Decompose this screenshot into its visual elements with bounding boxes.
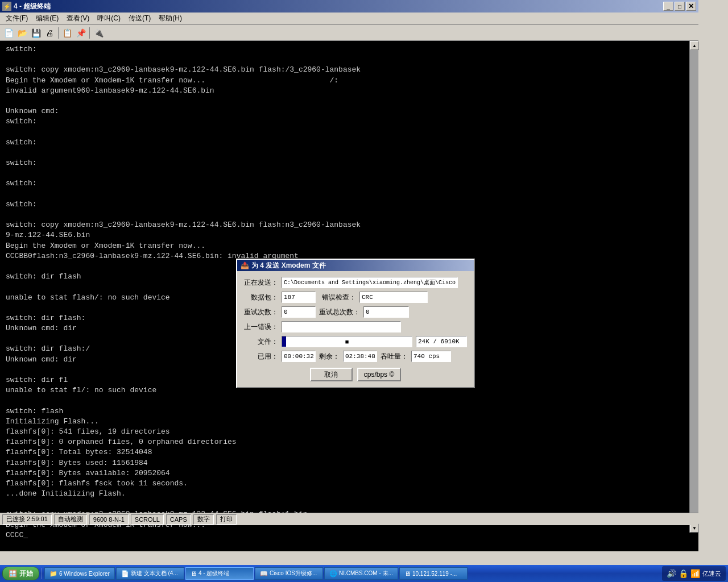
toolbar-print[interactable]: 🖨 [43, 27, 56, 39]
start-icon: 🪟 [9, 569, 17, 577]
status-print: 打印 [216, 514, 237, 525]
status-auto-detect: 自动检测 [54, 514, 87, 525]
menu-view[interactable]: 查看(V) [63, 13, 93, 24]
dialog-total-retry-value: 0 [363, 306, 409, 318]
explorer-icon: 📁 [49, 570, 57, 577]
menu-bar: 文件(F) 编辑(E) 查看(V) 呼叫(C) 传送(T) 帮助(H) [0, 13, 698, 25]
dialog-packet-value: 187 [282, 292, 316, 303]
title-bar-left: ⚡ 4 - 超级终端 [2, 2, 51, 11]
clock: 亿速云 [702, 569, 721, 578]
taskbar-btn-browser[interactable]: 🌐 NI.CMBS.COM - 未... [324, 567, 398, 580]
tray-icon-2: 🔒 [679, 569, 688, 578]
dialog-throughput-label: 吞吐量： [380, 352, 408, 361]
menu-file[interactable]: 文件(F) [2, 13, 31, 24]
toolbar-paste[interactable]: 📌 [75, 27, 87, 39]
dialog-retry-label: 重试次数： [244, 307, 278, 317]
browser-label: NI.CMBS.COM - 未... [339, 569, 393, 577]
dialog-total-retry-label: 重试总次数： [319, 307, 360, 317]
menu-edit[interactable]: 编辑(E) [32, 13, 62, 24]
terminal-task-icon: 🖥 [191, 570, 197, 577]
dialog-body: 正在发送： C:\Documents and Settings\xiaoming… [237, 271, 474, 387]
dialog-sending-label: 正在发送： [244, 278, 278, 288]
status-caps: CAPS [166, 514, 191, 525]
dialog-retry-value: 0 [282, 306, 316, 318]
dialog-title: 📤 为 4 发送 Xmodem 文件 [237, 260, 474, 271]
terminal-icon: ⚡ [2, 2, 11, 11]
dialog-used-value: 00:00:32 [282, 351, 316, 362]
dialog-sending-value: C:\Documents and Settings\xiaoming.zheng… [282, 277, 458, 288]
explorer-label: 6 Windows Explorer [59, 571, 110, 577]
dialog-error-check-label: 错误检查： [319, 293, 356, 302]
dialog-last-error-value [282, 321, 401, 332]
status-connection: 已连接 2:59:01 [2, 514, 52, 525]
toolbar-open[interactable]: 📂 [16, 27, 28, 39]
remote-label: 10.121.52.119 -... [412, 571, 457, 577]
status-speed: 9600 8-N-1 [89, 514, 129, 525]
start-button[interactable]: 🪟 开始 [2, 567, 39, 580]
dialog-time-row: 已用： 00:00:32 剩余： 02:38:48 吞吐量： 740 cps [244, 351, 467, 362]
toolbar-save[interactable]: 💾 [30, 27, 42, 39]
taskbar-btn-remote[interactable]: 🖥 10.121.52.119 -... [399, 567, 468, 580]
dialog-buttons: 取消 cps/bps © [244, 368, 467, 381]
dialog-file-size: 24K / 6910K [416, 336, 467, 347]
dialog-retry-row: 重试次数： 0 重试总次数： 0 [244, 306, 467, 318]
toolbar-new[interactable]: 📄 [2, 27, 15, 39]
cisco-label: Cisco IOS升级修... [270, 569, 317, 577]
tray-icon-network: 📶 [690, 569, 700, 578]
dialog-used-label: 已用： [244, 352, 278, 361]
taskbar-sep [42, 568, 42, 579]
dialog-file-label: 文件： [244, 337, 278, 347]
taskbar-btn-explorer[interactable]: 📁 6 Windows Explorer [44, 567, 115, 580]
dialog-sending-row: 正在发送： C:\Documents and Settings\xiaoming… [244, 277, 467, 288]
dialog-cancel-button[interactable]: 取消 [310, 368, 353, 381]
cisco-icon: 📖 [260, 570, 268, 577]
title-buttons: _ □ ✕ [663, 2, 696, 11]
dialog-progress-bar: ■ [282, 336, 412, 347]
tray-icon-1: 🔊 [667, 569, 676, 578]
scroll-up[interactable]: ▲ [690, 41, 699, 50]
dialog-last-error-label: 上一错误： [244, 322, 278, 332]
status-num: 数字 [193, 514, 214, 525]
taskbar-btn-notepad[interactable]: 📄 新建 文本文档 (4... [116, 567, 184, 580]
taskbar-btn-cisco[interactable]: 📖 Cisco IOS升级修... [255, 567, 323, 580]
dialog-file-value: ■ [282, 336, 412, 347]
terminal-task-label: 4 - 超级终端 [198, 569, 229, 577]
minimize-button[interactable]: _ [663, 2, 673, 11]
taskbar: 🪟 开始 📁 6 Windows Explorer 📄 新建 文本文档 (4..… [0, 565, 728, 582]
toolbar: 📄 📂 💾 🖨 📋 📌 🔌 [0, 25, 698, 41]
close-button[interactable]: ✕ [686, 2, 696, 11]
scrollbar[interactable]: ▲ ▼ [689, 41, 698, 533]
taskbar-tray: 🔊 🔒 📶 亿速云 [662, 566, 726, 581]
xmodem-dialog: 📤 为 4 发送 Xmodem 文件 正在发送： C:\Documents an… [236, 259, 475, 388]
browser-icon: 🌐 [329, 570, 337, 577]
toolbar-copy[interactable]: 📋 [61, 27, 73, 39]
maximize-button[interactable]: □ [675, 2, 685, 11]
dialog-cpsbps-button[interactable]: cps/bps © [357, 368, 402, 381]
start-label: 开始 [19, 569, 33, 579]
dialog-title-text: 为 4 发送 Xmodem 文件 [251, 261, 326, 271]
dialog-title-icon: 📤 [241, 261, 249, 269]
dialog-remaining-label: 剩余： [319, 352, 340, 361]
dialog-packet-row: 数据包： 187 错误检查： CRC [244, 292, 467, 303]
toolbar-sep1 [58, 27, 59, 39]
toolbar-connect[interactable]: 🔌 [92, 27, 105, 39]
window-title: 4 - 超级终端 [14, 2, 51, 11]
notepad-icon: 📄 [121, 570, 129, 577]
dialog-throughput-value: 740 cps [411, 351, 451, 362]
dialog-error-check-value: CRC [359, 292, 428, 303]
status-bar: 已连接 2:59:01 自动检测 9600 8-N-1 SCROLL CAPS … [0, 513, 698, 525]
scroll-track[interactable] [690, 50, 698, 523]
title-bar: ⚡ 4 - 超级终端 _ □ ✕ [0, 0, 698, 13]
dialog-remaining-value: 02:38:48 [343, 351, 377, 362]
taskbar-btn-terminal[interactable]: 🖥 4 - 超级终端 [185, 567, 254, 580]
toolbar-sep2 [89, 27, 90, 39]
status-scroll: SCROLL [131, 514, 164, 525]
dialog-file-row: 文件： ■ 24K / 6910K [244, 336, 467, 347]
menu-help[interactable]: 帮助(H) [155, 13, 185, 24]
notepad-label: 新建 文本文档 (4... [131, 569, 178, 577]
menu-call[interactable]: 呼叫(C) [94, 13, 124, 24]
dialog-packet-label: 数据包： [244, 293, 278, 302]
remote-icon: 🖥 [404, 570, 411, 577]
dialog-last-error-row: 上一错误： [244, 321, 467, 332]
menu-transfer[interactable]: 传送(T) [125, 13, 154, 24]
